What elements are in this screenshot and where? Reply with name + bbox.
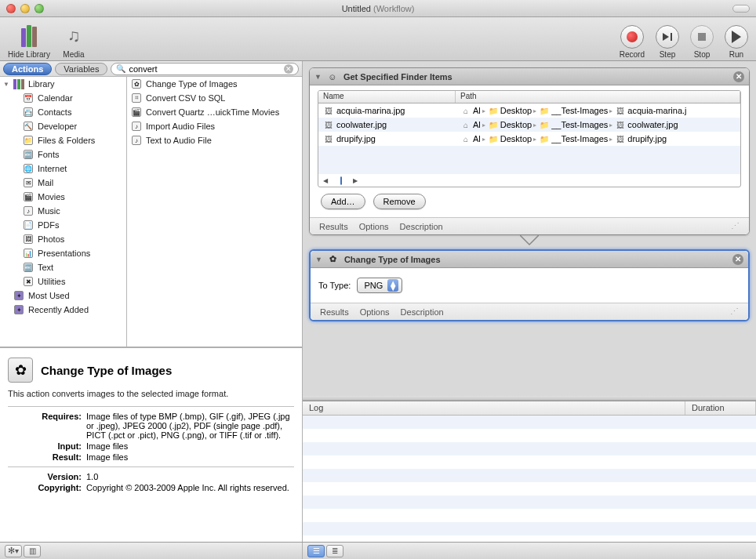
workflow-connector-icon [520, 235, 539, 246]
media-button[interactable]: ♫ Media [61, 24, 86, 59]
library-category[interactable]: 📁Files & Folders [0, 133, 126, 147]
category-icon: ♪ [22, 205, 35, 217]
finder-icon: ☺ [326, 71, 339, 83]
results-tab[interactable]: Results [319, 222, 348, 231]
duration-column-header[interactable]: Duration [685, 401, 756, 415]
remove-button[interactable]: Remove [373, 194, 426, 209]
library-category[interactable]: 📄PDFs [0, 218, 126, 232]
resize-grip-icon[interactable]: ⋰ [731, 221, 740, 231]
action-title: Change Type of Images [344, 255, 441, 264]
action-icon: ♪ [130, 134, 143, 147]
record-button[interactable]: Record [620, 25, 645, 59]
category-icon: ✉ [22, 176, 35, 189]
library-category[interactable]: ♪Music [0, 204, 126, 218]
add-button[interactable]: Add… [321, 194, 365, 209]
scroll-right-button[interactable]: ▶ [351, 177, 359, 184]
category-icon: 🖼 [22, 233, 35, 245]
file-icon: 🖼 [323, 133, 334, 144]
actions-tab[interactable]: Actions [3, 63, 52, 75]
home-icon: ⌂ [460, 105, 471, 116]
action-result-item[interactable]: ♪Text to Audio File [127, 133, 302, 147]
log-column-header[interactable]: Log [303, 401, 685, 415]
file-icon: 🖼 [615, 133, 626, 144]
scroll-left-button[interactable]: ◀ [322, 177, 329, 184]
media-icon: ♫ [61, 24, 86, 49]
view-list-button[interactable]: ☰ [307, 545, 325, 557]
window-title: Untitled (Workflow) [0, 4, 756, 13]
category-icon: 🔤 [22, 148, 35, 161]
library-category[interactable]: 📊Presentations [0, 246, 126, 260]
toggle-description-button[interactable]: ▥ [24, 545, 41, 557]
hide-library-button[interactable]: Hide Library [8, 24, 50, 59]
library-category[interactable]: 🔨Developer [0, 119, 126, 133]
view-flow-button[interactable]: ≣ [326, 545, 343, 557]
folder-icon: 📁 [488, 133, 499, 144]
search-icon: 🔍 [116, 64, 125, 73]
action-result-item[interactable]: ✿Change Type of Images [127, 77, 302, 91]
library-category[interactable]: ✖Utilities [0, 274, 126, 289]
library-category[interactable]: 📇Contacts [0, 105, 126, 119]
gear-menu-button[interactable]: ✻▾ [5, 545, 22, 557]
preview-icon: ✿ [327, 253, 340, 266]
library-category[interactable]: 🔤Text [0, 260, 126, 274]
resize-grip-icon[interactable]: ⋰ [730, 307, 739, 317]
action-result-item[interactable]: 🎬Convert Quartz …uickTime Movies [127, 105, 302, 119]
search-field[interactable]: 🔍 ✕ [111, 63, 299, 75]
category-icon: 🔤 [22, 261, 35, 274]
action-icon: 🎬 [130, 106, 143, 118]
column-header-name[interactable]: Name [318, 91, 456, 103]
results-tab[interactable]: Results [320, 307, 349, 317]
library-category[interactable]: ✉Mail [0, 176, 126, 190]
folder-icon: 📁 [488, 105, 499, 116]
category-icon: 📇 [22, 106, 35, 118]
workflow-action-change-type[interactable]: ▼ ✿ Change Type of Images ✕ To Type: PNG… [309, 249, 750, 321]
description-tab[interactable]: Description [400, 222, 443, 231]
select-arrows-icon: ▲▼ [387, 279, 398, 292]
category-icon: 📄 [22, 219, 35, 231]
toolbar-toggle-pill[interactable] [732, 5, 750, 13]
variables-tab[interactable]: Variables [55, 63, 107, 75]
clear-search-button[interactable]: ✕ [284, 64, 293, 74]
step-button[interactable]: Step [656, 25, 679, 59]
library-icon [13, 78, 25, 90]
options-tab[interactable]: Options [360, 307, 390, 317]
stop-button: Stop [690, 25, 714, 59]
options-tab[interactable]: Options [359, 222, 389, 231]
disclosure-icon[interactable]: ▼ [314, 73, 322, 81]
finder-item-row[interactable]: 🖼coolwater.jpg⌂Al▸📁Desktop▸📁__Test-Image… [318, 118, 740, 132]
library-category[interactable]: 📅Calendar [0, 91, 126, 105]
finder-item-row[interactable]: 🖼acquia-marina.jpg⌂Al▸📁Desktop▸📁__Test-I… [318, 103, 740, 118]
library-category[interactable]: 🖼Photos [0, 232, 126, 246]
description-tab[interactable]: Description [401, 307, 444, 317]
to-type-select[interactable]: PNG ▲▼ [357, 278, 402, 293]
library-category[interactable]: 🌐Internet [0, 162, 126, 176]
column-header-path[interactable]: Path [456, 91, 740, 103]
file-icon: 🖼 [615, 105, 626, 116]
action-large-icon: ✿ [8, 358, 33, 383]
home-icon: ⌂ [460, 133, 471, 144]
finder-item-row[interactable]: 🖼drupify.jpg⌂Al▸📁Desktop▸📁__Test-Images▸… [318, 132, 740, 146]
library-category[interactable]: 🎬Movies [0, 190, 126, 204]
search-input[interactable] [129, 64, 281, 74]
gear-icon: ✻ [8, 546, 15, 556]
library-category[interactable]: 🔤Fonts [0, 147, 126, 162]
library-root[interactable]: ▼ Library [0, 77, 126, 91]
info-title: Change Type of Images [41, 364, 172, 377]
category-icon: ✖ [22, 275, 35, 288]
run-button[interactable]: Run [725, 25, 748, 59]
library-smart-folder[interactable]: ✦Most Used [0, 289, 126, 303]
remove-action-button[interactable]: ✕ [732, 254, 743, 265]
stop-icon [698, 33, 706, 41]
remove-action-button[interactable]: ✕ [733, 71, 744, 82]
workflow-action-get-finder-items[interactable]: ▼ ☺ Get Specified Finder Items ✕ Name Pa… [309, 67, 750, 235]
play-icon [732, 31, 741, 43]
disclosure-icon[interactable]: ▼ [315, 256, 322, 263]
action-result-item[interactable]: ⌗Convert CSV to SQL [127, 91, 302, 105]
action-icon: ⌗ [130, 92, 143, 104]
action-title: Get Specified Finder Items [343, 72, 453, 82]
action-icon: ✿ [130, 78, 143, 90]
category-icon: 📅 [22, 92, 35, 104]
action-result-item[interactable]: ♪Import Audio Files [127, 119, 302, 133]
library-smart-folder[interactable]: ✦Recently Added [0, 303, 126, 317]
file-icon: 🖼 [323, 105, 334, 116]
